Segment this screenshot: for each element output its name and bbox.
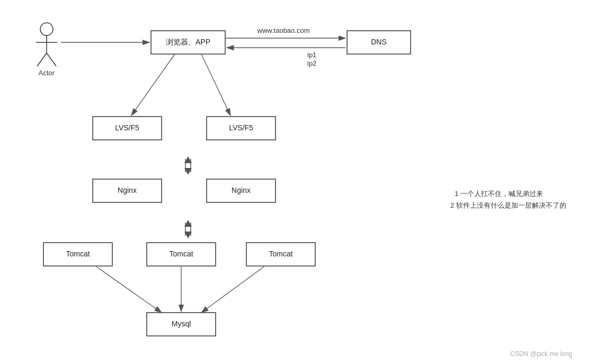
svg-text:LVS/F5: LVS/F5 [229,123,253,132]
ip1-label: ip1 [307,51,316,59]
svg-text:Mysql: Mysql [172,319,191,328]
svg-text:LVS/F5: LVS/F5 [115,123,139,132]
svg-text:Tomcat: Tomcat [269,250,292,258]
svg-text:DNS: DNS [371,38,387,46]
actor-figure: Actor [36,23,57,77]
dns-box: DNS [347,31,411,54]
svg-text:Tomcat: Tomcat [66,250,90,258]
svg-text:Tomcat: Tomcat [169,250,193,258]
notes: 1 一个人扛不住，喊兄弟过来 2 软件上没有什么是加一层解决不了的 [450,190,566,209]
diagram-container: Actor 浏览器、APP DNS www.taobao.com ip1 ip2… [0,0,613,364]
svg-text:Nginx: Nginx [232,186,251,194]
ip2-label: ip2 [307,59,316,67]
svg-line-40 [201,266,265,313]
svg-line-3 [37,53,47,66]
svg-text:2 软件上没有什么是加一层解决不了的: 2 软件上没有什么是加一层解决不了的 [450,201,566,209]
nginx2-box: Nginx [207,179,276,202]
browser-box: 浏览器、APP [151,31,225,54]
svg-text:1 一个人扛不住，喊兄弟过来: 1 一个人扛不住，喊兄弟过来 [455,190,543,198]
svg-line-38 [95,266,162,313]
svg-line-13 [201,54,230,116]
svg-line-4 [47,53,56,66]
tomcat1-box: Tomcat [43,243,112,266]
tomcat2-box: Tomcat [147,243,216,266]
svg-text:浏览器、APP: 浏览器、APP [166,38,210,46]
actor-label: Actor [39,69,55,77]
lvs2-box: LVS/F5 [207,117,276,140]
lvs1-box: LVS/F5 [93,117,162,140]
watermark: CSDN @pick me long [510,350,572,358]
svg-point-0 [40,23,53,35]
svg-text:Nginx: Nginx [118,186,137,194]
url-label: www.taobao.com [257,26,310,34]
svg-line-12 [131,54,175,116]
mysql-box: Mysql [147,313,216,336]
tomcat3-box: Tomcat [246,243,315,266]
nginx1-box: Nginx [93,179,162,202]
